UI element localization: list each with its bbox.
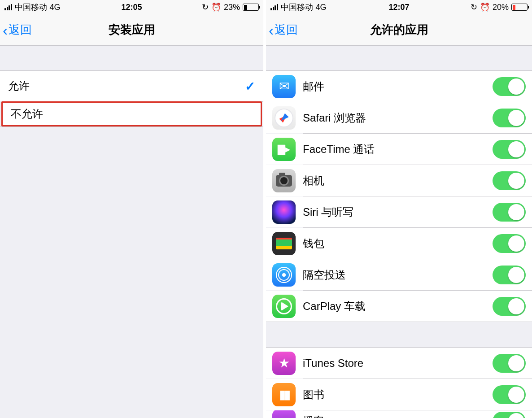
toggle-wallet[interactable] [493,234,526,253]
screen-allowed-apps: 中国移动 4G 12:07 ↻ ⏰ 20% ‹ 返回 允许的应用 ✉︎ 邮件 [266,0,532,418]
podcast-icon [272,410,296,418]
status-bar: 中国移动 4G 12:07 ↻ ⏰ 20% [266,0,532,14]
alarm-icon: ⏰ [480,2,490,12]
chevron-left-icon: ‹ [3,22,8,38]
page-title: 允许的应用 [370,22,428,38]
app-row-siri: Siri 与听写 [266,196,532,227]
clock: 12:05 [121,3,142,12]
back-button[interactable]: ‹ 返回 [266,22,298,38]
mail-icon: ✉︎ [272,75,296,98]
app-label: 图书 [303,388,493,402]
app-label: FaceTime 通话 [303,142,493,157]
siri-icon [272,200,296,224]
app-row-facetime: ▇▸ FaceTime 通话 [266,134,532,165]
checkmark-icon: ✓ [245,79,255,94]
battery-pct: 20% [493,3,509,12]
nav-bar: ‹ 返回 安装应用 [0,14,263,46]
toggle-camera[interactable] [493,171,526,190]
back-label: 返回 [275,22,298,38]
safari-icon [272,106,296,130]
network-label: 4G [50,3,61,12]
signal-icon [4,4,12,10]
app-row-podcast: 播客 [266,410,532,418]
content-area: 允许 ✓ 不允许 [0,46,263,127]
toggle-siri[interactable] [493,203,526,222]
content-area: ✉︎ 邮件 Safari 浏览器 ▇▸ FaceTime 通话 相机 Siri … [266,46,532,418]
app-row-carplay: CarPlay 车载 [266,291,532,322]
app-row-airdrop: 隔空投送 [266,259,532,290]
app-label: iTunes Store [303,357,493,370]
toggle-safari[interactable] [493,109,526,127]
toggle-podcast[interactable] [493,412,526,418]
sync-icon: ↻ [471,2,477,12]
screen-install-apps: 中国移动 4G 12:05 ↻ ⏰ 23% ‹ 返回 安装应用 允许 ✓ 不允许 [0,0,266,418]
itunes-icon: ★ [272,352,296,375]
signal-icon [270,4,278,10]
toggle-airdrop[interactable] [493,266,526,284]
app-label: 隔空投送 [303,268,493,282]
facetime-icon: ▇▸ [272,138,296,161]
airdrop-icon [272,263,296,287]
app-label: Safari 浏览器 [303,111,493,125]
toggle-itunes[interactable] [493,354,526,373]
battery-icon [243,4,259,11]
option-label: 允许 [8,79,245,93]
option-allow[interactable]: 允许 ✓ [0,71,263,101]
app-label: 钱包 [303,236,493,251]
battery-pct: 23% [224,3,240,12]
page-title: 安装应用 [109,22,155,38]
carrier-label: 中国移动 [281,2,313,13]
back-label: 返回 [9,22,32,38]
app-row-wallet: 钱包 [266,228,532,259]
network-label: 4G [316,3,327,12]
app-row-mail: ✉︎ 邮件 [266,71,532,102]
carplay-icon [272,295,296,318]
alarm-icon: ⏰ [211,2,221,12]
app-label: 邮件 [303,79,493,94]
toggle-books[interactable] [493,385,526,404]
back-button[interactable]: ‹ 返回 [0,22,32,38]
sync-icon: ↻ [202,2,209,12]
app-row-safari: Safari 浏览器 [266,102,532,133]
app-row-camera: 相机 [266,165,532,196]
option-label: 不允许 [11,107,253,121]
app-row-books: ▮▮ 图书 [266,379,532,410]
books-icon: ▮▮ [272,383,296,406]
option-disallow[interactable]: 不允许 [1,101,262,126]
camera-icon [272,169,296,192]
clock: 12:07 [388,3,409,12]
app-label: CarPlay 车载 [303,299,493,314]
status-bar: 中国移动 4G 12:05 ↻ ⏰ 23% [0,0,263,14]
chevron-left-icon: ‹ [269,22,274,38]
toggle-carplay[interactable] [493,297,526,316]
wallet-icon [272,232,296,255]
app-label: Siri 与听写 [303,205,493,219]
battery-icon [511,4,528,11]
app-label: 相机 [303,174,493,188]
carrier-label: 中国移动 [15,2,47,13]
app-label: 播客 [303,414,493,418]
toggle-facetime[interactable] [493,140,526,159]
nav-bar: ‹ 返回 允许的应用 [266,14,532,46]
toggle-mail[interactable] [493,77,526,96]
app-row-itunes: ★ iTunes Store [266,348,532,379]
